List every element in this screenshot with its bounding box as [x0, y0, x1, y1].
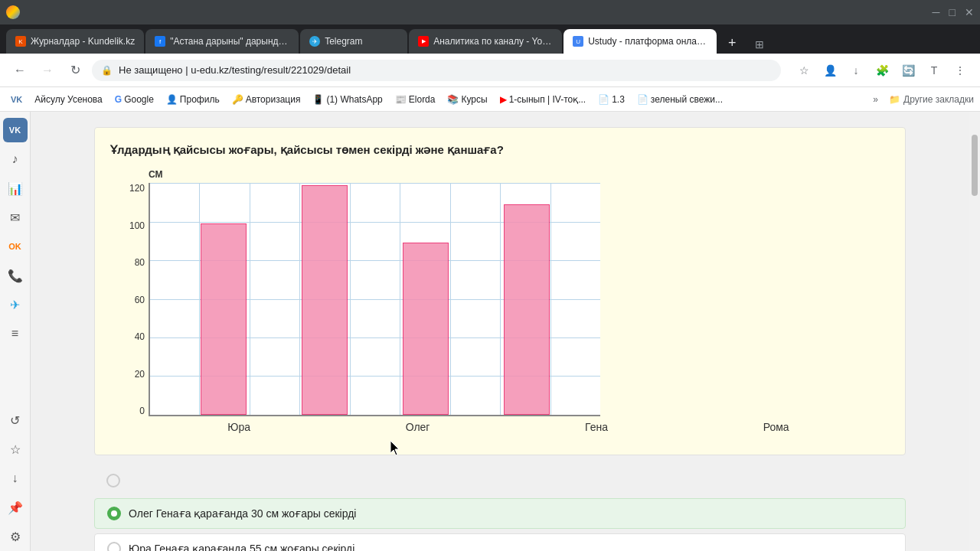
- x-label-gena: Гена: [585, 421, 608, 433]
- left-sidebar: VK ♪ 📊 ✉ OK 📞 ✈ ≡ ↺ ☆ ↓ 📌 ⚙ ∧: [0, 112, 31, 551]
- profile-btn[interactable]: 👤: [819, 60, 841, 81]
- radio-1[interactable]: [107, 507, 121, 520]
- bm-auth-label: Авторизация: [246, 94, 301, 105]
- tab-astana[interactable]: f "Астана дарыны" дарындылы...: [145, 29, 299, 54]
- tab-youtube[interactable]: ▶ Аналитика по каналу - YouT...: [409, 29, 562, 54]
- bars-container: [150, 183, 600, 415]
- bm-google[interactable]: G Google: [110, 93, 158, 106]
- chart-y-label: СМ: [149, 169, 890, 180]
- title-bar-left: [6, 5, 20, 19]
- page-content: Ұлдардың қайсысы жоғары, қайсысы төмен с…: [31, 112, 969, 551]
- bm-profil-label: Профиль: [180, 94, 220, 105]
- sidebar-stats[interactable]: 📊: [3, 176, 28, 201]
- downloads-btn[interactable]: ↓: [845, 60, 867, 81]
- bm-aisula[interactable]: Айсулу Усенова: [30, 93, 107, 106]
- answer-option-1[interactable]: Олег Генаға қарағанда 30 см жоғары секір…: [94, 498, 906, 529]
- radio-2[interactable]: [107, 542, 121, 551]
- minimize-btn[interactable]: ─: [933, 6, 940, 18]
- x-axis-labels: Юра Олег Гена Рома: [149, 416, 890, 433]
- bm-whatsapp[interactable]: 📱 Telegram (1) WhatsApp: [308, 93, 387, 106]
- bm-elorda[interactable]: 📰 Elorda: [390, 93, 440, 106]
- bookmark-manager[interactable]: 📁 Другие закладки: [889, 94, 974, 105]
- question-text: Ұлдардың қайсысы жоғары, қайсысы төмен с…: [110, 143, 890, 157]
- bm-green[interactable]: 📄 зеленый свежи...: [632, 93, 727, 106]
- lock-icon: 🔒: [101, 65, 113, 76]
- answer-option-2[interactable]: Юра Генаға қарағанда 55 см жоғары секірд…: [94, 533, 906, 551]
- bm-elorda-label: Elorda: [409, 94, 436, 105]
- sidebar-history[interactable]: ↺: [3, 408, 28, 432]
- nav-bar: ← → ↻ 🔒 Не защищено | u-edu.kz/testing/r…: [0, 54, 980, 87]
- answer-text-1: Олег Генаға қарағанда 30 см жоғары секір…: [129, 507, 356, 520]
- close-btn[interactable]: ✕: [965, 6, 974, 18]
- sidebar-list[interactable]: ≡: [3, 321, 28, 346]
- bar-yura: [201, 223, 247, 415]
- nav-actions: ☆ 👤 ↓ 🧩 🔄 T ⋮: [793, 60, 971, 81]
- bookmarks-bar: VK Айсулу Усенова G Google 👤 Профиль 🔑 А…: [0, 87, 980, 112]
- bm-13-label: 1.3: [612, 94, 625, 105]
- sidebar-ok[interactable]: OK: [3, 234, 28, 259]
- sidebar-download[interactable]: ↓: [3, 466, 28, 491]
- bar-oleg: [302, 185, 348, 415]
- sync-btn[interactable]: 🔄: [897, 60, 919, 81]
- bar-yura-rect: [201, 223, 247, 415]
- back-button[interactable]: ←: [9, 60, 31, 81]
- sidebar-pin[interactable]: 📌: [3, 495, 28, 520]
- question-card: Ұлдардың қайсысы жоғары, қайсысы төмен с…: [94, 127, 906, 455]
- scrollbar-thumb[interactable]: [972, 135, 978, 196]
- bm-1synyp-label: 1-сынып | IV-тоқ...: [509, 94, 586, 105]
- empty-radio-row: [94, 468, 906, 494]
- bm-13[interactable]: 📄 1.3: [593, 93, 629, 106]
- extensions-btn[interactable]: 🧩: [871, 60, 893, 81]
- bm-aisula-label: Айсулу Усенова: [34, 94, 103, 105]
- tab-ustudy[interactable]: U Ustudy - платформа онлайн...: [564, 29, 717, 54]
- more-btn[interactable]: ⋮: [949, 60, 971, 81]
- translate-btn[interactable]: T: [923, 60, 945, 81]
- bm-kursy[interactable]: 📚 Курсы: [443, 93, 492, 106]
- y-label-120: 120: [118, 183, 145, 194]
- chart-wrapper: СМ 120 100 80 60 40 20 0: [110, 169, 890, 433]
- reload-button[interactable]: ↻: [64, 60, 86, 81]
- address-text: Не защищено | u-edu.kz/testing/result/22…: [119, 64, 351, 76]
- sidebar-star[interactable]: ☆: [3, 437, 28, 461]
- new-tab-button[interactable]: +: [721, 32, 743, 54]
- more-bookmarks[interactable]: »: [868, 93, 883, 106]
- y-label-60: 60: [118, 295, 145, 305]
- address-bar[interactable]: 🔒 Не защищено | u-edu.kz/testing/result/…: [92, 60, 781, 81]
- answer-text-2: Юра Генаға қарағанда 55 см жоғары секірд…: [129, 543, 354, 551]
- x-label-oleg: Олег: [406, 421, 430, 433]
- bm-profil[interactable]: 👤 Профиль: [162, 93, 224, 106]
- y-label-100: 100: [118, 220, 145, 231]
- forward-button[interactable]: →: [37, 60, 58, 81]
- sidebar-vk[interactable]: VK: [3, 118, 28, 142]
- sidebar-mail[interactable]: ✉: [3, 205, 28, 230]
- y-label-40: 40: [118, 331, 145, 342]
- extensions-btn[interactable]: ⊞: [750, 35, 769, 54]
- sidebar-phone[interactable]: 📞: [3, 263, 28, 288]
- tabs-bar: K Журналдар - Kundelik.kz f "Астана дары…: [0, 24, 980, 54]
- maximize-btn[interactable]: □: [949, 6, 956, 18]
- sidebar-telegram[interactable]: ✈: [3, 292, 28, 317]
- content-wrapper: Ұлдардың қайсысы жоғары, қайсысы төмен с…: [79, 112, 921, 551]
- y-label-80: 80: [118, 257, 145, 268]
- bar-oleg-rect: [302, 185, 348, 415]
- sidebar-music[interactable]: ♪: [3, 147, 28, 171]
- x-label-roma: Рома: [763, 421, 789, 433]
- bm-auth[interactable]: 🔑 Авторизация: [227, 93, 305, 106]
- radio-1-inner: [111, 510, 117, 517]
- bookmark-star[interactable]: ☆: [793, 60, 815, 81]
- title-bar: ─ □ ✕: [0, 0, 980, 24]
- bm-kursy-label: Курсы: [461, 94, 487, 105]
- right-scrollbar[interactable]: [969, 112, 980, 551]
- sidebar-settings[interactable]: ⚙: [3, 524, 28, 549]
- tab-telegram[interactable]: ✈ Telegram: [300, 29, 407, 54]
- bar-roma: [504, 204, 550, 415]
- y-label-0: 0: [118, 406, 145, 416]
- tab-kundelik[interactable]: K Журналдар - Kundelik.kz: [6, 29, 144, 54]
- bm-google-label: Google: [124, 94, 154, 105]
- bm-vk[interactable]: VK: [6, 93, 27, 106]
- bm-1synyp[interactable]: ▶ 1-сынып | IV-тоқ...: [495, 93, 591, 106]
- empty-radio[interactable]: [106, 474, 120, 487]
- x-label-yura: Юра: [227, 421, 250, 433]
- y-label-20: 20: [118, 369, 145, 380]
- bm-green-label: зеленый свежи...: [651, 94, 723, 105]
